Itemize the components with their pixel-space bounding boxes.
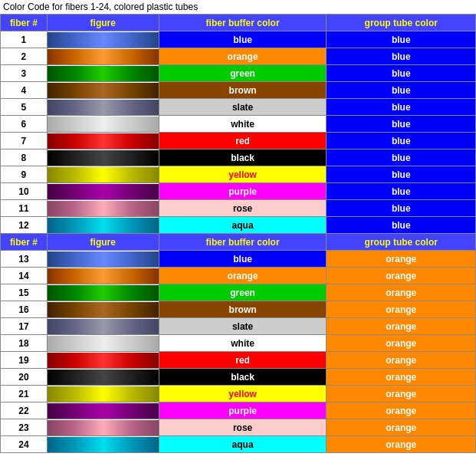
table-row: 9 yellow blue [1, 166, 476, 183]
group-tube-cell: blue [327, 116, 476, 133]
figure-gradient [48, 386, 159, 402]
buffer-color-cell: slate [159, 99, 327, 116]
figure-cell [47, 217, 159, 234]
figure-gradient [48, 285, 159, 301]
figure-gradient [48, 302, 159, 317]
table-row: 17 slate orange [1, 318, 476, 335]
figure-gradient [48, 268, 159, 284]
fiber-color-table: fiber # figure fiber buffer color group … [0, 14, 476, 453]
header-figure: figure [47, 15, 159, 31]
group-tube-cell: orange [327, 335, 476, 352]
figure-gradient [48, 100, 159, 115]
fiber-number: 15 [1, 284, 48, 301]
table-row: 21 yellow orange [1, 386, 476, 402]
figure-cell [47, 65, 159, 82]
fiber-number: 4 [1, 82, 48, 99]
fiber-number: 8 [1, 150, 48, 166]
figure-cell [47, 301, 159, 318]
figure-cell [47, 183, 159, 200]
group-tube-cell: blue [327, 99, 476, 116]
header-buffer-repeat: fiber buffer color [159, 234, 327, 251]
buffer-color-cell: slate [159, 318, 327, 335]
buffer-color-cell: yellow [159, 166, 327, 183]
figure-cell [47, 200, 159, 217]
header-figure-repeat: figure [47, 234, 159, 251]
figure-cell [47, 369, 159, 386]
figure-gradient [48, 353, 159, 368]
buffer-color-cell: purple [159, 402, 327, 419]
buffer-color-cell: white [159, 116, 327, 133]
fiber-number: 18 [1, 335, 48, 352]
buffer-color-cell: blue [159, 251, 327, 268]
fiber-number: 22 [1, 402, 48, 419]
fiber-number: 24 [1, 436, 48, 453]
table-row: 10 purple blue [1, 183, 476, 200]
table-row: 19 red orange [1, 352, 476, 369]
fiber-number: 17 [1, 318, 48, 335]
figure-gradient [48, 437, 159, 452]
page-title: Color Code for fibers 1-24, colored plas… [0, 0, 476, 14]
group-tube-cell: orange [327, 436, 476, 453]
figure-cell [47, 335, 159, 352]
fiber-number: 19 [1, 352, 48, 369]
group-tube-cell: orange [327, 419, 476, 436]
figure-cell [47, 133, 159, 150]
buffer-color-cell: green [159, 284, 327, 301]
fiber-number: 5 [1, 99, 48, 116]
figure-cell [47, 251, 159, 268]
table-row: 6 white blue [1, 116, 476, 133]
buffer-color-cell: aqua [159, 436, 327, 453]
buffer-color-cell: purple [159, 183, 327, 200]
table-row: 4 brown blue [1, 82, 476, 99]
group-tube-cell: blue [327, 133, 476, 150]
buffer-color-cell: blue [159, 31, 327, 48]
table-row: 3 green blue [1, 65, 476, 82]
group-tube-cell: blue [327, 183, 476, 200]
buffer-color-cell: brown [159, 82, 327, 99]
table-header-repeat: fiber # figure fiber buffer color group … [1, 234, 476, 251]
table-row: 5 slate blue [1, 99, 476, 116]
buffer-color-cell: rose [159, 200, 327, 217]
figure-gradient [48, 319, 159, 334]
figure-cell [47, 318, 159, 335]
table-row: 14 orange orange [1, 268, 476, 284]
figure-gradient [48, 150, 159, 166]
group-tube-cell: blue [327, 31, 476, 48]
table-header-row: fiber # figure fiber buffer color group … [1, 15, 476, 31]
fiber-number: 13 [1, 251, 48, 268]
fiber-number: 20 [1, 369, 48, 386]
table-row: 7 red blue [1, 133, 476, 150]
group-tube-cell: blue [327, 217, 476, 234]
figure-cell [47, 99, 159, 116]
fiber-number: 1 [1, 31, 48, 48]
group-tube-cell: orange [327, 386, 476, 402]
figure-cell [47, 402, 159, 419]
figure-gradient [48, 370, 159, 385]
table-row: 15 green orange [1, 284, 476, 301]
figure-cell [47, 436, 159, 453]
buffer-color-cell: rose [159, 419, 327, 436]
buffer-color-cell: yellow [159, 386, 327, 402]
table-row: 8 black blue [1, 150, 476, 166]
buffer-color-cell: white [159, 335, 327, 352]
table-row: 24 aqua orange [1, 436, 476, 453]
figure-cell [47, 419, 159, 436]
fiber-number: 16 [1, 301, 48, 318]
figure-cell [47, 150, 159, 166]
buffer-color-cell: red [159, 352, 327, 369]
figure-gradient [48, 167, 159, 182]
fiber-number: 2 [1, 48, 48, 65]
buffer-color-cell: green [159, 65, 327, 82]
table-row: 20 black orange [1, 369, 476, 386]
figure-cell [47, 352, 159, 369]
buffer-color-cell: orange [159, 48, 327, 65]
table-row: 2 orange blue [1, 48, 476, 65]
figure-gradient [48, 403, 159, 419]
header-fiber-repeat: fiber # [1, 234, 48, 251]
group-tube-cell: blue [327, 166, 476, 183]
figure-cell [47, 31, 159, 48]
buffer-color-cell: brown [159, 301, 327, 318]
group-tube-cell: blue [327, 82, 476, 99]
fiber-number: 23 [1, 419, 48, 436]
figure-cell [47, 166, 159, 183]
